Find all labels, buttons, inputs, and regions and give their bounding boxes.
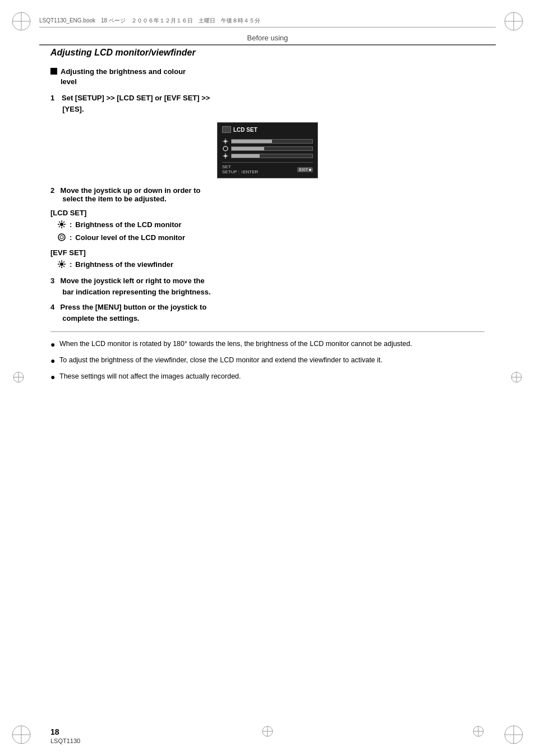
svg-point-29 [60,223,63,226]
section-title: Adjusting LCD monitor/viewfinder [50,48,485,58]
lcd-row-3 [222,153,313,159]
lcd-item-1-colon: : [70,220,72,229]
step-1-text: Set [SETUP] >> [LCD SET] or [EVF SET] >>… [58,94,210,113]
step-3: 3 Move the joystick left or right to mov… [50,275,485,297]
bullet-note-1: ● When the LCD monitor is rotated by 180… [50,339,485,351]
svg-line-36 [59,226,60,227]
lcd-item-2: : Colour level of the LCD monitor [50,233,485,243]
lcd-item-2-colon: : [70,233,72,242]
step-3-text: Move the joystick left or right to move … [58,276,211,296]
page-code: LSQT1130 [50,737,80,744]
step-1: 1 Set [SETUP] >> [LCD SET] or [EVF SET] … [50,93,485,114]
svg-point-18 [224,140,227,143]
lcd-setup-text: SETSETUP : ↕ENTER [222,164,258,174]
lcd-exit-btn: EXIT ■ [297,167,313,172]
page-title: Before using [247,34,288,42]
svg-point-38 [58,234,65,241]
lcd-screen: LCD SET [217,122,318,178]
step-2: 2 Move the joystick up or down in order … [50,186,485,203]
step-4-text: Press the [MENU] button or the joystick … [58,303,206,322]
step-2-wrapper: 2 Move the joystick up or down in order … [50,186,485,203]
lcd-row-2 [222,146,313,151]
lcd-sun-icon-2 [222,153,229,159]
colour-icon [56,233,67,243]
lcd-sun-icon-1 [222,139,229,144]
bullet-dot-1: ● [50,339,57,351]
bullet-dot-2: ● [50,355,57,367]
corner-mark-br [502,723,525,746]
svg-line-35 [63,226,64,227]
corner-mark-tl [10,10,33,33]
svg-point-40 [60,262,63,266]
lcd-item-1: : Brightness of the LCD monitor [50,220,485,230]
bullet-dot-3: ● [50,371,57,383]
step-3-num: 3 [50,275,54,287]
lcd-item-2-text: Colour level of the LCD monitor [75,233,185,242]
lcd-title-row: LCD SET [222,126,313,133]
lcd-row-1 [222,139,313,144]
lcd-circle-icon [222,146,229,151]
lcd-rows [222,135,313,162]
lcd-bar-2 [231,146,313,151]
svg-line-45 [59,261,60,262]
step-4-num: 4 [50,302,54,313]
bullet-note-3: ● These settings will not affect the ima… [50,371,485,383]
sun-icon-brightness [56,220,67,230]
bottom-right-crosshair [472,725,485,739]
bullet-note-3-text: These settings will not affect the image… [59,371,241,382]
file-info: LSQT1130_ENG.book 18 ページ ２００６年１２月１６日 土曜日… [39,17,496,25]
step-2-text: Move the joystick up or down in order to… [58,186,201,203]
svg-point-24 [224,155,227,158]
corner-mark-tr [502,10,525,33]
black-square-bullet [50,68,57,75]
bullet-note-2: ● To adjust the brightness of the viewfi… [50,355,485,367]
main-content: Adjusting LCD monitor/viewfinder Adjusti… [50,48,485,722]
page-number-area: 18 LSQT1130 [50,727,80,745]
step-4: 4 Press the [MENU] button or the joystic… [50,302,485,324]
evf-set-label: [EVF SET] [50,248,485,257]
svg-line-37 [63,222,64,223]
svg-line-46 [63,266,64,267]
svg-line-48 [63,261,64,262]
page-title-bar: Before using [39,34,496,45]
evf-item-1-colon: : [70,260,72,269]
evf-item-1: : Brightness of the viewfinder [50,260,485,270]
svg-line-34 [59,222,60,223]
page-outer: LSQT1130_ENG.book 18 ページ ２００６年１２月１６日 土曜日… [0,0,535,756]
lcd-item-1-text: Brightness of the LCD monitor [75,220,181,229]
svg-point-23 [223,146,228,151]
bottom-center-crosshair [261,725,274,739]
bullet-note-1-text: When the LCD monitor is rotated by 180° … [59,339,412,349]
step-1-num: 1 [50,93,54,104]
svg-point-39 [60,236,63,239]
subsection-header: Adjusting the brightness and colourlevel [50,67,485,87]
lcd-bar-3 [231,154,313,158]
lcd-bottom-bar: SETSETUP : ↕ENTER EXIT ■ [222,162,313,174]
lcd-title-text: LCD SET [233,127,257,133]
bullet-note-2-text: To adjust the brightness of the viewfind… [59,355,382,366]
corner-mark-bl [10,723,33,746]
lcd-bar-1 [231,139,313,144]
left-mid-crosshair [12,371,25,385]
header-bar: LSQT1130_ENG.book 18 ページ ２００６年１２月１６日 土曜日… [39,17,496,27]
subsection-title: Adjusting the brightness and colourlevel [61,67,186,87]
lcd-set-label: [LCD SET] [50,209,485,217]
page-number: 18 [50,727,80,736]
bullet-notes: ● When the LCD monitor is rotated by 180… [50,339,485,383]
divider [50,331,485,332]
evf-item-1-text: Brightness of the viewfinder [75,260,173,269]
step-2-num: 2 [50,186,54,195]
svg-line-47 [59,266,60,267]
sun-icon-evf [56,260,67,270]
right-mid-crosshair [510,371,523,385]
lcd-image-container: LCD SET [50,122,485,178]
